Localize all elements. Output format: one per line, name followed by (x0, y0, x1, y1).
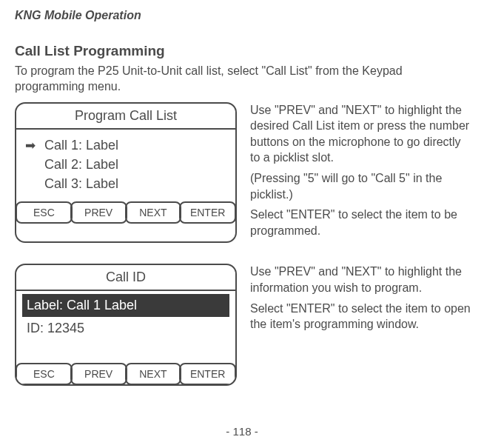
desc-paragraph: Use "PREV" and "NEXT" to highlight the i… (250, 264, 472, 295)
content-block-1: Program Call List ➡ Call 1: Label Call 2… (15, 102, 472, 244)
id-row: ID: 12345 (27, 318, 225, 338)
list-item-label: Call 1: Label (44, 136, 221, 155)
lcd-body: Label: Call 1 Label ID: 12345 (16, 291, 235, 364)
highlighted-row: Label: Call 1 Label (22, 294, 229, 317)
description-block-1: Use "PREV" and "NEXT" to highlight the d… (250, 102, 472, 244)
doc-section-header: KNG Mobile Operation (15, 9, 472, 22)
next-button[interactable]: NEXT (125, 363, 182, 385)
list-item-label: Call 2: Label (44, 155, 221, 174)
desc-paragraph: Use "PREV" and "NEXT" to highlight the d… (250, 102, 472, 166)
lcd-button-row: ESC PREV NEXT ENTER (16, 364, 235, 384)
intro-paragraph: To program the P25 Unit-to-Unit call lis… (15, 64, 472, 95)
arrow-icon: ➡ (25, 137, 44, 156)
list-item: Call 3: Label (25, 174, 221, 193)
esc-button[interactable]: ESC (16, 201, 73, 224)
lcd-header: Call ID (16, 265, 235, 291)
prev-button[interactable]: PREV (70, 201, 127, 224)
page-title: Call List Programming (15, 43, 472, 59)
list-item: Call 2: Label (25, 155, 221, 174)
lcd-body: ➡ Call 1: Label Call 2: Label Call 3: La… (16, 130, 235, 202)
esc-button[interactable]: ESC (16, 363, 73, 385)
description-block-2: Use "PREV" and "NEXT" to highlight the i… (250, 264, 472, 386)
list-item: ➡ Call 1: Label (25, 136, 221, 156)
desc-paragraph: Select "ENTER" to select the item to be … (250, 207, 472, 238)
prev-button[interactable]: PREV (70, 363, 127, 385)
desc-paragraph: (Pressing "5" will go to "Call 5" in the… (250, 170, 472, 202)
desc-paragraph: Select "ENTER" to select the item to ope… (250, 301, 472, 332)
page-number: - 118 - (0, 425, 484, 438)
lcd-header: Program Call List (16, 104, 235, 130)
lcd-panel-program-call-list: Program Call List ➡ Call 1: Label Call 2… (15, 102, 237, 244)
content-block-2: Call ID Label: Call 1 Label ID: 12345 ES… (15, 264, 472, 386)
next-button[interactable]: NEXT (125, 201, 182, 224)
lcd-panel-call-id: Call ID Label: Call 1 Label ID: 12345 ES… (15, 264, 237, 386)
lcd-button-row: ESC PREV NEXT ENTER (16, 202, 235, 223)
list-item-label: Call 3: Label (44, 174, 221, 193)
enter-button[interactable]: ENTER (179, 363, 236, 385)
enter-button[interactable]: ENTER (179, 201, 236, 224)
